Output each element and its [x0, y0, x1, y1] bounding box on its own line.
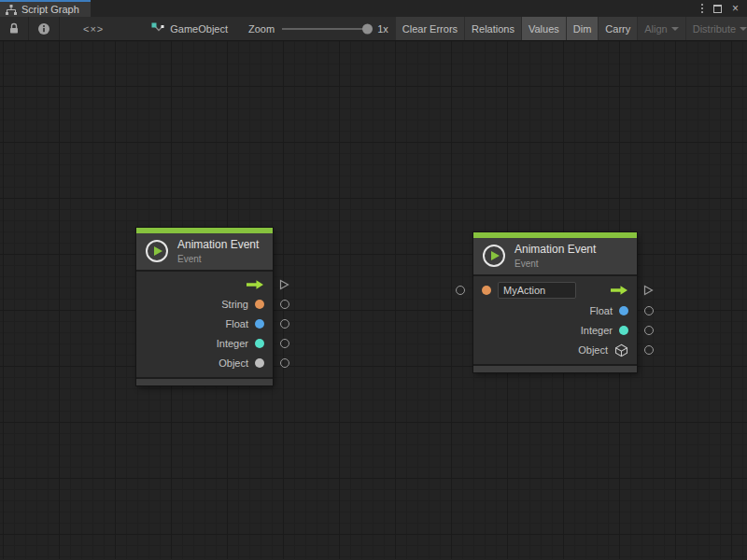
- node-title: Animation Event: [177, 239, 259, 252]
- dim-button[interactable]: Dim: [567, 17, 599, 40]
- carry-button[interactable]: Carry: [599, 17, 637, 40]
- node-body: Float Integer Object: [473, 274, 637, 364]
- float-port[interactable]: [280, 319, 289, 329]
- script-graph-asset-icon: [151, 22, 164, 35]
- code-view-button[interactable]: <×>: [75, 17, 112, 40]
- port-label: Integer: [581, 325, 613, 336]
- maximize-icon[interactable]: [713, 5, 722, 13]
- graph-toolbar: <×> GameObject Zoom 1x Clear Errors Rela…: [0, 17, 747, 41]
- string-port-dot: [482, 286, 491, 295]
- port-row-float: Float: [136, 315, 273, 334]
- integer-port-dot: [255, 339, 264, 348]
- animation-event-node-left[interactable]: Animation Event Event String: [136, 228, 273, 385]
- align-button[interactable]: Align: [638, 17, 684, 40]
- object-port[interactable]: [644, 345, 654, 355]
- zoom-value: 1x: [377, 23, 388, 35]
- zoom-slider[interactable]: [282, 28, 370, 30]
- port-label: Float: [590, 305, 613, 316]
- node-subtitle: Event: [177, 254, 259, 264]
- graph-icon: [6, 5, 17, 15]
- event-play-icon: [145, 239, 169, 263]
- close-icon[interactable]: ×: [732, 3, 739, 14]
- object-port[interactable]: [280, 358, 289, 368]
- string-port[interactable]: [280, 300, 289, 309]
- zoom-label: Zoom: [248, 23, 275, 35]
- chevron-down-icon: [740, 27, 747, 31]
- window-controls: ×: [701, 0, 747, 17]
- gameobject-selector[interactable]: GameObject: [144, 17, 235, 40]
- node-footer: [473, 364, 637, 372]
- animation-event-node-right[interactable]: Animation Event Event: [473, 232, 637, 372]
- toolbar-buttons: Clear Errors Relations Values Dim Carry …: [396, 17, 747, 40]
- trigger-port[interactable]: [642, 285, 654, 296]
- port-label: Object: [218, 357, 248, 369]
- tab-strip: Script Graph ×: [0, 0, 747, 17]
- clear-errors-button[interactable]: Clear Errors: [396, 17, 464, 40]
- relations-button[interactable]: Relations: [465, 17, 521, 40]
- zoom-slider-handle[interactable]: [362, 23, 373, 34]
- float-port[interactable]: [644, 306, 654, 315]
- event-play-icon: [482, 244, 506, 268]
- chevron-down-icon: [671, 27, 679, 31]
- object-port-dot: [255, 358, 264, 368]
- lock-button[interactable]: [0, 17, 29, 40]
- trigger-output-row: [136, 275, 273, 295]
- node-subtitle: Event: [514, 259, 596, 269]
- integer-port-dot: [619, 326, 628, 335]
- port-row-string: String: [136, 295, 273, 315]
- menu-icon[interactable]: [701, 4, 703, 13]
- graph-canvas[interactable]: Animation Event Event String: [0, 41, 747, 559]
- cube-icon: [614, 343, 628, 357]
- info-icon: [37, 22, 50, 35]
- float-port-dot: [255, 319, 264, 329]
- port-row-integer: Integer: [473, 321, 637, 341]
- flow-arrow-icon: [246, 279, 264, 290]
- code-icon: <×>: [83, 23, 104, 35]
- lock-icon: [8, 22, 20, 35]
- node-title: Animation Event: [514, 244, 596, 257]
- port-row-object: Object: [136, 354, 273, 373]
- node-header[interactable]: Animation Event Event: [136, 233, 273, 270]
- action-name-input[interactable]: [498, 282, 576, 299]
- distribute-button[interactable]: Distribute: [686, 17, 747, 40]
- gameobject-label: GameObject: [170, 23, 228, 35]
- node-header[interactable]: Animation Event Event: [473, 238, 637, 274]
- port-label: Object: [578, 344, 608, 356]
- port-label: Float: [226, 318, 248, 329]
- values-button[interactable]: Values: [522, 17, 566, 40]
- tab-script-graph[interactable]: Script Graph: [0, 0, 91, 17]
- integer-port[interactable]: [644, 326, 654, 335]
- node-body: String Float Integer Object: [136, 270, 273, 377]
- zoom-control: Zoom 1x: [248, 17, 388, 40]
- port-row-integer: Integer: [136, 334, 273, 354]
- float-port-dot: [619, 306, 628, 315]
- tab-label: Script Graph: [21, 4, 79, 15]
- port-label: String: [221, 299, 248, 310]
- node-footer: [136, 377, 273, 385]
- info-button[interactable]: [29, 17, 60, 40]
- port-row-float: Float: [473, 301, 637, 321]
- flow-arrow-icon: [610, 285, 628, 296]
- string-port-dot: [255, 300, 264, 309]
- name-input-port[interactable]: [456, 286, 465, 295]
- trigger-port[interactable]: [278, 279, 289, 290]
- integer-port[interactable]: [280, 339, 289, 348]
- port-row-object: Object: [473, 341, 637, 360]
- port-label: Integer: [217, 338, 248, 349]
- name-input-row: [473, 280, 637, 301]
